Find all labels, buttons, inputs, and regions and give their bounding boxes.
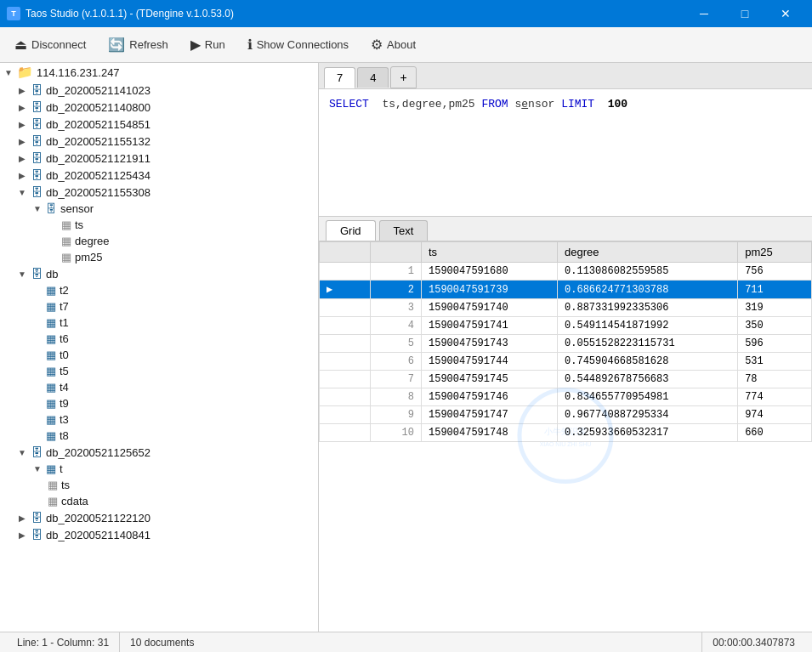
row-arrow bbox=[320, 406, 371, 424]
tree-table-t6[interactable]: ▦ t6 bbox=[0, 331, 318, 347]
title-bar: T Taos Studio (v.1.0.1.1) - (TDengine v.… bbox=[0, 0, 812, 27]
row-num: 2 bbox=[371, 281, 422, 299]
db-icon: 🗄 bbox=[31, 100, 43, 114]
about-icon: ⚙ bbox=[371, 37, 383, 53]
result-tab-text[interactable]: Text bbox=[379, 220, 429, 241]
tree-col-ts2[interactable]: ▦ ts bbox=[0, 477, 318, 493]
table-row[interactable]: 4 1590047591741 0.549114541871992 350 bbox=[320, 317, 812, 335]
tree-db-1[interactable]: ▶ 🗄 db_20200521141023 bbox=[0, 82, 318, 99]
query-tab-4[interactable]: 4 bbox=[357, 67, 389, 88]
column-icon: ▦ bbox=[61, 218, 71, 231]
cell-ts: 1590047591680 bbox=[422, 263, 558, 281]
app-icon: T bbox=[7, 7, 20, 20]
tree-table-t2[interactable]: ▦ t2 bbox=[0, 282, 318, 298]
sidebar[interactable]: ▼ 📁 114.116.231.247 ▶ 🗄 db_2020052114102… bbox=[0, 63, 319, 632]
tree-table-t1[interactable]: ▦ t1 bbox=[0, 315, 318, 331]
db-icon: 🗄 bbox=[31, 185, 43, 199]
result-grid: ts degree pm25 1 1590047591680 0.1130860… bbox=[319, 241, 812, 442]
table-icon: 🗄 bbox=[46, 202, 57, 215]
result-tab-grid[interactable]: Grid bbox=[326, 220, 376, 241]
tree-col-degree[interactable]: ▦ degree bbox=[0, 233, 318, 249]
table-row[interactable]: 10 1590047591748 0.325933660532317 660 bbox=[320, 424, 812, 442]
tree-table-t3[interactable]: ▦ t3 bbox=[0, 411, 318, 428]
row-num: 7 bbox=[371, 371, 422, 388]
tree-root[interactable]: ▼ 📁 114.116.231.247 bbox=[0, 63, 318, 82]
row-arrow bbox=[320, 299, 371, 317]
table-row[interactable]: 8 1590047591746 0.834655770954981 774 bbox=[320, 388, 812, 406]
tree-table-t0[interactable]: ▦ t0 bbox=[0, 347, 318, 363]
tree-db-9[interactable]: ▶ 🗄 db_20200521122120 bbox=[0, 509, 318, 526]
query-editor[interactable]: SELECT ts,degree,pm25 FROM sensor LIMIT … bbox=[319, 89, 812, 217]
table-row[interactable]: 9 1590047591747 0.967740887295334 974 bbox=[320, 406, 812, 424]
row-num: 6 bbox=[371, 353, 422, 371]
disconnect-button[interactable]: ⏏ Disconnect bbox=[5, 32, 95, 57]
col-header-pm25[interactable]: pm25 bbox=[738, 242, 812, 263]
tree-db-5[interactable]: ▶ 🗄 db_20200521121911 bbox=[0, 150, 318, 167]
cell-ts: 1590047591746 bbox=[422, 388, 558, 406]
about-button[interactable]: ⚙ About bbox=[361, 32, 425, 57]
cell-pm25: 660 bbox=[738, 424, 812, 442]
close-button[interactable]: ✕ bbox=[766, 0, 805, 27]
table-icon: ▦ bbox=[46, 413, 56, 426]
tree-db-6[interactable]: ▶ 🗄 db_20200521125434 bbox=[0, 167, 318, 184]
table-row[interactable]: 1 1590047591680 0.113086082559585 756 bbox=[320, 263, 812, 281]
cell-degree: 0.0551528223115731 bbox=[558, 335, 738, 353]
row-arrow bbox=[320, 424, 371, 442]
tree-col-cdata[interactable]: ▦ cdata bbox=[0, 493, 318, 509]
refresh-button[interactable]: 🔄 Refresh bbox=[99, 32, 178, 57]
cell-pm25: 774 bbox=[738, 388, 812, 406]
tree-table-t4[interactable]: ▦ t4 bbox=[0, 379, 318, 395]
table-row[interactable]: ▶ 2 1590047591739 0.686624771303788 711 bbox=[320, 281, 812, 299]
grid-container[interactable]: 小牛知识库 XIAO NIU ZHI SHU ts degree pm25 bbox=[319, 241, 812, 632]
table-row[interactable]: 7 1590047591745 0.544892678756683 78 bbox=[320, 371, 812, 388]
db-icon: 🗄 bbox=[31, 528, 43, 541]
refresh-icon: 🔄 bbox=[108, 37, 125, 53]
tree-db-7[interactable]: ▼ 🗄 db_20200521155308 bbox=[0, 184, 318, 201]
table-row[interactable]: 6 1590047591744 0.745904668581628 531 bbox=[320, 353, 812, 371]
cell-ts: 1590047591740 bbox=[422, 299, 558, 317]
table-icon: ▦ bbox=[46, 349, 56, 361]
run-button[interactable]: ▶ Run bbox=[181, 32, 235, 57]
row-arrow bbox=[320, 388, 371, 406]
root-label: 114.116.231.247 bbox=[37, 66, 120, 79]
show-connections-button[interactable]: ℹ Show Connections bbox=[238, 32, 358, 57]
tree-col-ts[interactable]: ▦ ts bbox=[0, 217, 318, 233]
cell-pm25: 319 bbox=[738, 299, 812, 317]
query-tab-add[interactable]: + bbox=[390, 66, 416, 88]
cell-degree: 0.325933660532317 bbox=[558, 424, 738, 442]
tree-db-8[interactable]: ▼ 🗄 db_20200521125652 bbox=[0, 444, 318, 461]
connections-icon: ℹ bbox=[247, 37, 253, 53]
tree-col-pm25[interactable]: ▦ pm25 bbox=[0, 249, 318, 265]
db-icon: 🗄 bbox=[31, 511, 43, 524]
col-header-ts[interactable]: ts bbox=[422, 242, 558, 263]
tree-table-t[interactable]: ▼ ▦ t bbox=[0, 461, 318, 477]
maximize-button[interactable]: □ bbox=[725, 0, 764, 27]
column-icon: ▦ bbox=[61, 235, 71, 247]
tree-db-db[interactable]: ▼ 🗄 db bbox=[0, 265, 318, 282]
table-icon: ▦ bbox=[46, 332, 56, 345]
tree-table-t5[interactable]: ▦ t5 bbox=[0, 363, 318, 379]
table-row[interactable]: 3 1590047591740 0.887331992335306 319 bbox=[320, 299, 812, 317]
cell-pm25: 974 bbox=[738, 406, 812, 424]
query-tab-7[interactable]: 7 bbox=[324, 67, 355, 88]
cell-ts: 1590047591739 bbox=[422, 281, 558, 299]
tree-table-t8[interactable]: ▦ t8 bbox=[0, 428, 318, 444]
tree-db-2[interactable]: ▶ 🗄 db_20200521140800 bbox=[0, 99, 318, 116]
tree-table-sensor[interactable]: ▼ 🗄 sensor bbox=[0, 201, 318, 217]
cell-degree: 0.745904668581628 bbox=[558, 353, 738, 371]
result-tabs: Grid Text bbox=[319, 217, 812, 241]
minimize-button[interactable]: ─ bbox=[684, 0, 724, 27]
db-icon: 🗄 bbox=[31, 168, 43, 182]
query-tabs: 7 4 + bbox=[319, 63, 812, 89]
col-header-degree[interactable]: degree bbox=[558, 242, 738, 263]
tree-table-t7[interactable]: ▦ t7 bbox=[0, 298, 318, 315]
table-row[interactable]: 5 1590047591743 0.0551528223115731 596 bbox=[320, 335, 812, 353]
cell-pm25: 78 bbox=[738, 371, 812, 388]
status-time: 00:00:00.3407873 bbox=[702, 632, 805, 652]
row-arrow bbox=[320, 263, 371, 281]
cell-degree: 0.544892678756683 bbox=[558, 371, 738, 388]
tree-table-t9[interactable]: ▦ t9 bbox=[0, 395, 318, 411]
tree-db-3[interactable]: ▶ 🗄 db_20200521154851 bbox=[0, 116, 318, 133]
tree-db-4[interactable]: ▶ 🗄 db_20200521155132 bbox=[0, 133, 318, 150]
tree-db-10[interactable]: ▶ 🗄 db_20200521140841 bbox=[0, 526, 318, 543]
